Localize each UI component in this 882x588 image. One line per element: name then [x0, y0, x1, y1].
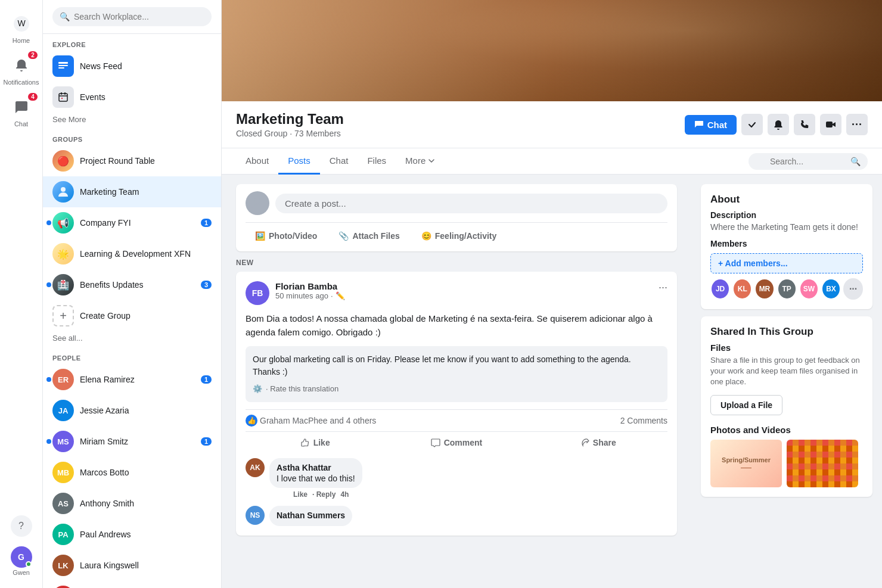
post-more-button[interactable]: ···	[659, 281, 667, 294]
sidebar-person-jessie[interactable]: JA Jessie Azaria	[43, 395, 221, 426]
group-info: Marketing Team Closed Group · 73 Members	[236, 111, 344, 138]
people-list: ER Elena Ramirez 1 JA Jessie Azaria MS M…	[43, 364, 221, 588]
home-icon: W	[10, 12, 33, 36]
sidebar-item-news-feed[interactable]: News Feed	[43, 51, 221, 82]
attach-files-button[interactable]: 📎 Attach Files	[329, 228, 409, 244]
member-more-button[interactable]: ···	[843, 278, 863, 300]
post-author-name[interactable]: Florian Bamba	[275, 281, 345, 291]
tab-more[interactable]: More	[396, 148, 445, 175]
tab-search-input[interactable]	[749, 153, 868, 170]
sidebar-item-benefits-updates[interactable]: 🏥 Benefits Updates 3	[43, 269, 221, 300]
sidebar-item-marketing-team[interactable]: Marketing Team	[43, 176, 221, 207]
group-title: Marketing Team	[236, 111, 344, 127]
miriam-unread-dot	[46, 439, 51, 444]
user-name-label: Gwen	[13, 569, 30, 576]
photo-video-button[interactable]: 🖼️ Photo/Video	[246, 228, 327, 244]
sidebar-item-company-fyi[interactable]: 📢 Company FYI 1	[43, 207, 221, 238]
tab-more-label: More	[405, 155, 426, 166]
chat-button[interactable]: Chat	[685, 115, 737, 135]
feeling-activity-button[interactable]: 😊 Feeling/Activity	[412, 228, 506, 244]
sidebar-person-anthony[interactable]: AS Anthony Smith	[43, 488, 221, 519]
sidebar-person-marcos[interactable]: MB Marcos Botto	[43, 457, 221, 488]
comment-1-like-btn[interactable]: Like	[293, 490, 308, 499]
sidebar-item-events[interactable]: Events	[43, 82, 221, 113]
video-button[interactable]	[820, 114, 841, 135]
like-button[interactable]: Like	[246, 434, 384, 451]
about-section: About Description Where the Marketing Te…	[701, 184, 872, 309]
phone-icon	[799, 119, 810, 130]
checkmark-button[interactable]	[741, 114, 763, 135]
sidebar: 🔍 EXPLORE News Feed Events See More GROU…	[43, 0, 222, 588]
search-input[interactable]	[52, 7, 212, 26]
chat-btn-icon	[694, 120, 704, 129]
reactions-left: 👍 Graham MacPhee and 4 others	[246, 415, 376, 427]
photo-thumb-1[interactable]: Spring/Summer ——	[710, 440, 782, 487]
rate-translation-label[interactable]: · Rate this translation	[266, 383, 338, 395]
people-label: PEOPLE	[43, 347, 221, 364]
comment-label: Comment	[444, 438, 483, 447]
comment-button[interactable]: Comment	[387, 434, 526, 451]
phone-button[interactable]	[794, 114, 815, 135]
see-all-groups-link[interactable]: See all...	[43, 331, 221, 347]
sidebar-item-learning-dev[interactable]: 🌟 Learning & Development XFN	[43, 238, 221, 269]
sidebar-person-regina[interactable]: RC Regina Croma	[43, 581, 221, 588]
add-members-button[interactable]: + Add members...	[710, 253, 863, 273]
comments-count[interactable]: 2 Comments	[620, 416, 667, 425]
nav-chat[interactable]: 4 Chat	[0, 91, 42, 132]
nav-user[interactable]: G Gwen	[11, 542, 32, 581]
nav-home[interactable]: W Home	[0, 7, 42, 49]
create-post-placeholder: Create a post...	[285, 198, 346, 209]
description-text: Where the Marketing Team gets it done!	[710, 222, 863, 232]
like-icon	[300, 438, 310, 447]
comment-1-reply-btn[interactable]: · Reply	[312, 490, 336, 499]
sidebar-person-paul[interactable]: PA Paul Andrews	[43, 519, 221, 550]
tab-chat[interactable]: Chat	[320, 148, 358, 175]
like-label: Like	[313, 438, 330, 447]
svg-rect-5	[59, 94, 67, 101]
post-author-avatar: FB	[246, 281, 269, 305]
reactions-text[interactable]: Graham MacPhee and 4 others	[260, 416, 376, 425]
post-header: FB Florian Bamba 50 minutes ago · ✏️ ···	[246, 281, 667, 305]
photo-video-icon: 🖼️	[255, 231, 265, 241]
share-button[interactable]: Share	[529, 434, 667, 451]
events-label: Events	[80, 92, 212, 102]
share-icon	[580, 438, 589, 447]
sidebar-item-project-round-table[interactable]: 🔴 Project Round Table	[43, 145, 221, 176]
create-post-input[interactable]: Create a post...	[275, 194, 667, 213]
chevron-down-icon	[428, 157, 435, 164]
svg-text:W: W	[17, 18, 26, 28]
shared-section: Shared In This Group Files Share a file …	[701, 316, 872, 497]
tab-posts[interactable]: Posts	[278, 148, 320, 175]
benefits-avatar: 🏥	[52, 274, 74, 295]
comment-1-avatar: AK	[246, 458, 265, 477]
nav-notifications[interactable]: 2 Notifications	[0, 49, 42, 91]
comment-2-author[interactable]: Nathan Summers	[277, 511, 345, 520]
comment-1-author[interactable]: Astha Khattar	[277, 463, 355, 472]
sidebar-person-elena[interactable]: ER Elena Ramirez 1	[43, 364, 221, 395]
nav-help[interactable]: ?	[11, 511, 32, 542]
marketing-team-avatar	[52, 181, 74, 203]
company-fyi-avatar: 📢	[52, 212, 74, 234]
miriam-badge: 1	[201, 437, 212, 446]
post-reactions-bar: 👍 Graham MacPhee and 4 others 2 Comments	[246, 409, 667, 432]
photo-thumb-2[interactable]	[787, 440, 858, 487]
tab-about[interactable]: About	[236, 148, 278, 175]
miriam-avatar: MS	[52, 431, 74, 452]
bell-button[interactable]	[768, 114, 789, 135]
sidebar-item-create-group[interactable]: + Create Group	[43, 300, 221, 331]
tab-files-label: Files	[367, 155, 386, 166]
translation-footer: ⚙️ · Rate this translation	[253, 383, 660, 395]
sidebar-person-laura[interactable]: LK Laura Kingswell	[43, 550, 221, 581]
chat-label: Chat	[14, 120, 28, 127]
tab-files[interactable]: Files	[358, 148, 396, 175]
comment-2-bubble: Nathan Summers	[269, 506, 352, 526]
comment-1-footer: Like · Reply 4h	[293, 490, 362, 499]
create-post-top: Create a post...	[246, 191, 667, 223]
upload-file-button[interactable]: Upload a File	[710, 395, 782, 415]
see-more-link[interactable]: See More	[43, 113, 221, 129]
share-label: Share	[593, 438, 616, 447]
sidebar-person-miriam[interactable]: MS Miriam Smitz 1	[43, 426, 221, 457]
svg-rect-8	[61, 98, 63, 99]
files-desc: Share a file in this group to get feedba…	[710, 355, 863, 388]
more-actions-button[interactable]: ···	[846, 114, 868, 135]
